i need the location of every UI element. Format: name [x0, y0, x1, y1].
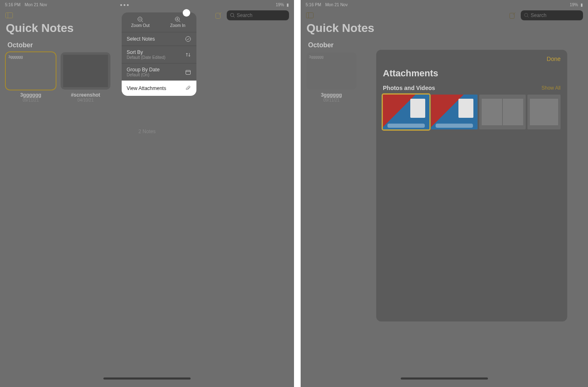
notes-count: 2 Notes: [0, 129, 294, 134]
attachment-thumbnail[interactable]: [479, 95, 526, 129]
sidebar-toggle-icon[interactable]: [306, 11, 314, 19]
toolbar: Search: [301, 9, 588, 22]
note-thumbnail: 3gggggg: [306, 52, 356, 90]
note-date: 09/11/21: [6, 98, 56, 102]
section-header: October: [308, 41, 333, 49]
note-card[interactable]: #screenshot 04/10/21: [61, 52, 110, 102]
select-notes-row[interactable]: Select Notes: [122, 32, 196, 46]
multitask-dots-icon[interactable]: ●●●: [120, 2, 130, 7]
note-date: 04/10/21: [61, 98, 110, 102]
sort-icon: [185, 51, 191, 58]
page-title: Quick Notes: [6, 22, 74, 35]
search-input[interactable]: Search: [227, 10, 289, 20]
sheet-section-label: Photos and Videos: [383, 85, 435, 91]
note-thumbnail: 3gggggg: [6, 52, 56, 90]
svg-point-12: [186, 37, 191, 41]
svg-point-18: [524, 13, 528, 17]
status-time: 5:16 PM: [306, 2, 321, 7]
svg-line-11: [179, 21, 180, 22]
sheet-title: Attachments: [383, 68, 561, 79]
svg-rect-15: [306, 13, 314, 18]
svg-line-4: [233, 16, 235, 17]
home-indicator[interactable]: [103, 377, 191, 380]
note-title: 3gggggg: [6, 92, 56, 98]
view-attachments-row[interactable]: View Attachments: [122, 80, 196, 96]
attachment-thumbnail[interactable]: [431, 95, 478, 129]
page-title: Quick Notes: [306, 22, 374, 35]
attachment-thumbnail[interactable]: [527, 95, 561, 129]
calendar-icon: [185, 69, 191, 75]
battery-icon: ▮: [287, 2, 289, 7]
status-bar: 5:16 PM Mon 21 Nov ●●● 19% ▮: [301, 0, 588, 9]
show-all-button[interactable]: Show All: [541, 85, 561, 91]
attachments-row: [383, 95, 561, 129]
svg-rect-13: [186, 70, 191, 74]
attachments-sheet: Done Attachments Photos and Videos Show …: [376, 50, 567, 321]
sort-by-row[interactable]: Sort By Default (Date Edited): [122, 46, 196, 63]
new-note-icon[interactable]: [214, 11, 223, 19]
more-actions-popover: Zoom Out Zoom In Select Notes Sort By De…: [122, 12, 196, 96]
panel-left: 5:16 PM Mon 21 Nov ●●● 19% ▮ Search Quic…: [0, 0, 294, 387]
attachment-thumbnail[interactable]: [383, 95, 429, 129]
search-placeholder: Search: [531, 12, 546, 18]
note-card[interactable]: 3gggggg 3gggggg 09/11/21: [6, 52, 56, 102]
status-time: 5:16 PM: [5, 2, 20, 7]
status-battery: 19%: [276, 2, 284, 7]
panel-right: 5:16 PM Mon 21 Nov ●●● 19% ▮ Search Quic…: [294, 0, 588, 387]
status-date: Mon 21 Nov: [325, 2, 348, 7]
note-title: 3gggggg: [306, 92, 356, 98]
group-by-date-row[interactable]: Group By Date Default (On): [122, 63, 196, 80]
note-title: #screenshot: [61, 92, 110, 98]
battery-icon: ▮: [581, 2, 583, 7]
status-bar: 5:16 PM Mon 21 Nov ●●● 19% ▮: [0, 0, 294, 9]
tutorial-highlight-dot: [183, 9, 190, 17]
home-indicator[interactable]: [401, 377, 488, 380]
note-thumbnail: [61, 52, 110, 90]
zoom-out-button[interactable]: Zoom Out: [122, 15, 159, 29]
svg-line-19: [527, 16, 529, 17]
status-battery: 19%: [570, 2, 578, 7]
done-button[interactable]: Done: [547, 56, 561, 62]
section-header: October: [7, 41, 33, 49]
paperclip-icon: [185, 85, 191, 92]
new-note-icon[interactable]: [508, 11, 517, 19]
search-placeholder: Search: [237, 12, 252, 18]
status-date: Mon 21 Nov: [24, 2, 47, 7]
zoom-in-button[interactable]: Zoom In: [159, 15, 196, 29]
sidebar-toggle-icon[interactable]: [5, 11, 13, 19]
svg-rect-0: [6, 13, 13, 18]
note-card[interactable]: 3gggggg 3gggggg 09/11/21: [306, 52, 356, 102]
note-date: 09/11/21: [306, 98, 356, 102]
svg-point-3: [230, 13, 234, 17]
svg-line-7: [142, 21, 143, 22]
select-icon: [185, 36, 191, 42]
search-input[interactable]: Search: [521, 10, 583, 20]
